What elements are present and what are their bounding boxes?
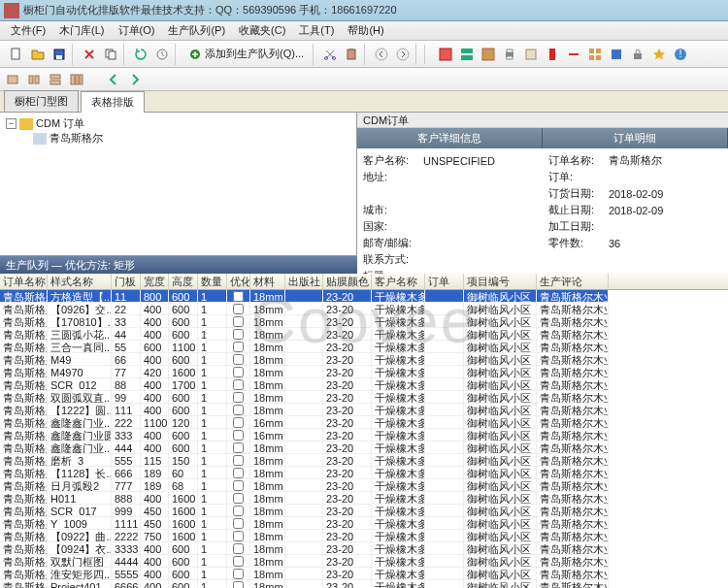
optimize-checkbox[interactable] (233, 354, 244, 365)
column-header[interactable]: 出版社 (285, 274, 323, 290)
layout-icon-1[interactable] (437, 46, 454, 63)
optimize-checkbox[interactable] (233, 531, 244, 541)
column-header[interactable]: 材料 (250, 274, 285, 290)
optimize-checkbox[interactable] (233, 569, 244, 579)
mode-icon-4[interactable] (68, 71, 85, 88)
optimize-checkbox[interactable] (233, 405, 244, 415)
optimize-checkbox[interactable] (233, 392, 244, 403)
star-icon[interactable] (650, 46, 668, 63)
table-row[interactable]: 青岛斯格尔Project401...6666400600118mm23-20干燥… (0, 580, 728, 588)
column-header[interactable]: 订单名称 (0, 274, 48, 290)
print-icon[interactable] (501, 46, 518, 63)
optimize-checkbox[interactable] (233, 556, 244, 567)
mode-icon-1[interactable] (4, 71, 21, 88)
new-icon[interactable] (8, 46, 25, 63)
next-page-icon[interactable] (126, 71, 144, 88)
table-row[interactable]: 青岛斯格尔【170810】...33400600118mm23-20干燥橡木多层… (0, 315, 728, 328)
optimize-checkbox[interactable] (233, 581, 244, 589)
export-icon[interactable] (522, 46, 540, 63)
optimize-checkbox[interactable] (233, 329, 244, 340)
table-row[interactable]: 青岛斯格尔双圆弧双直...99400600118mm23-20干燥橡木多层御树临… (0, 391, 728, 404)
optimize-checkbox[interactable] (233, 367, 244, 377)
table-row[interactable]: 青岛斯格尔H0118884001600118mm23-20干燥橡木多层御树临风小… (0, 492, 728, 505)
column-header[interactable]: 优化 (227, 274, 250, 290)
optimize-checkbox[interactable] (233, 379, 244, 390)
column-header[interactable]: 样式名称 (48, 274, 112, 290)
minus-icon[interactable] (565, 46, 582, 63)
prev-page-icon[interactable] (105, 71, 122, 88)
column-header[interactable]: 客户名称 (372, 274, 425, 290)
column-header[interactable]: 生产评论 (537, 274, 609, 290)
menu-item[interactable]: 生产队列(P) (161, 21, 232, 40)
optimize-checkbox[interactable] (233, 480, 244, 491)
table-row[interactable]: 青岛斯格尔【1128】长...66618960118mm23-20干燥橡木多层御… (0, 467, 728, 479)
table-row[interactable]: 青岛斯格尔磨析_3555115150118mm23-20干燥橡木多层御树临风小区… (0, 454, 728, 467)
column-header[interactable]: 高度 (169, 274, 198, 290)
table-row[interactable]: 青岛斯格尔M4970774201600118mm23-20干燥橡木多层御树临风小… (0, 366, 728, 378)
column-header[interactable]: 订单 (425, 274, 464, 290)
menu-item[interactable]: 木门库(L) (52, 21, 111, 40)
menu-item[interactable]: 帮助(H) (341, 21, 390, 40)
back-icon[interactable] (373, 46, 390, 63)
menu-item[interactable]: 收藏夹(C) (232, 21, 292, 40)
tree-child[interactable]: 青岛斯格尔 (6, 131, 350, 146)
table-row[interactable]: 青岛斯格尔三圆弧小花...44400600118mm23-20干燥橡木多层御树临… (0, 328, 728, 341)
table-row[interactable]: 青岛斯格尔三合一真同...556001100118mm23-20干燥橡木多层御树… (0, 341, 728, 353)
table-row[interactable]: 青岛斯格尔双默门框图_14444400600118mm23-20干燥橡木多层御树… (0, 555, 728, 568)
column-header[interactable]: 贴膜颜色 (323, 274, 372, 290)
optimize-checkbox[interactable] (233, 442, 244, 453)
menu-item[interactable]: 订单(O) (112, 21, 162, 40)
data-grid[interactable]: Coovee 订单名称样式名称门板宽度高度数量优化材料出版社贴膜颜色客户名称订单… (0, 274, 728, 588)
add-to-queue-button[interactable]: 添加到生产队列(Q)... (183, 45, 309, 64)
delete-icon[interactable] (81, 46, 98, 63)
optimize-checkbox[interactable] (233, 316, 244, 327)
open-icon[interactable] (29, 46, 47, 63)
optimize-checkbox[interactable] (233, 417, 244, 428)
optimize-checkbox[interactable] (233, 543, 244, 554)
help-icon[interactable]: ! (672, 46, 689, 63)
table-row[interactable]: 青岛斯格尔Y_100911114501600118mm23-20干燥橡木多层御树… (0, 517, 728, 530)
menu-item[interactable]: 工具(T) (292, 21, 341, 40)
optimize-checkbox[interactable] (233, 506, 244, 516)
table-row[interactable]: 青岛斯格尔【1222】圆...111400600118mm23-20干燥橡木多层… (0, 404, 728, 416)
forward-icon[interactable] (394, 46, 412, 63)
refresh-icon[interactable] (132, 46, 149, 63)
optimize-checkbox[interactable] (233, 518, 244, 529)
optimize-checkbox[interactable] (233, 430, 244, 441)
optimize-checkbox[interactable] (233, 455, 244, 466)
optimize-checkbox[interactable] (233, 493, 244, 504)
grid-icon[interactable] (586, 46, 604, 63)
optimize-checkbox[interactable] (233, 304, 244, 314)
tree-root[interactable]: − CDM 订单 (6, 116, 350, 131)
column-header[interactable]: 项目编号 (464, 274, 537, 290)
layout-icon-3[interactable] (480, 46, 497, 63)
table-row[interactable]: 青岛斯格尔【0926】交...22400600118mm23-20干燥橡木多层御… (0, 303, 728, 315)
column-header[interactable]: 门板 (112, 274, 141, 290)
lock-icon-1[interactable] (629, 46, 646, 63)
table-row[interactable]: 青岛斯格尔【0922】曲...22227501600118mm23-20干燥橡木… (0, 530, 728, 542)
column-header[interactable]: 数量 (198, 274, 227, 290)
toggle-icon-1[interactable] (544, 46, 561, 63)
expand-icon[interactable]: − (6, 118, 17, 129)
optimize-checkbox[interactable] (233, 342, 244, 352)
optimize-checkbox[interactable] (233, 291, 244, 302)
paste-icon[interactable] (343, 46, 360, 63)
table-row[interactable]: 青岛斯格尔鑫隆鑫门业...444400600118mm23-20干燥橡木多层御树… (0, 441, 728, 454)
table-row[interactable]: 青岛斯格尔鑫隆鑫门业...2221100120116mm23-20干燥橡木多层御… (0, 416, 728, 429)
column-header[interactable]: 宽度 (141, 274, 169, 290)
mode-icon-3[interactable] (47, 71, 64, 88)
table-row[interactable]: 青岛斯格尔SCR_0179994501600118mm23-20干燥橡木多层御树… (0, 505, 728, 517)
table-row[interactable]: 青岛斯格尔SCR_012884001700118mm23-20干燥橡木多层御树临… (0, 378, 728, 391)
mode-icon-2[interactable] (25, 71, 43, 88)
table-row[interactable]: 青岛斯格尔日月弧殴277718968118mm23-20干燥橡木多层御树临风小区… (0, 479, 728, 492)
main-tab[interactable]: 橱柜门型图 (4, 90, 79, 112)
table-row[interactable]: 青岛斯格尔【0924】衣...3333400600118mm23-20干燥橡木多… (0, 542, 728, 555)
menu-item[interactable]: 文件(F) (4, 21, 52, 40)
list-icon[interactable] (608, 46, 625, 63)
layout-icon-2[interactable] (458, 46, 476, 63)
detail-tab[interactable]: 客户详细信息 (357, 128, 543, 148)
save-icon[interactable] (50, 46, 68, 63)
table-row[interactable]: 青岛斯格尔M4966400600118mm23-20干燥橡木多层御树临风小区青岛… (0, 353, 728, 366)
optimize-checkbox[interactable] (233, 468, 244, 478)
history-icon[interactable] (153, 46, 171, 63)
